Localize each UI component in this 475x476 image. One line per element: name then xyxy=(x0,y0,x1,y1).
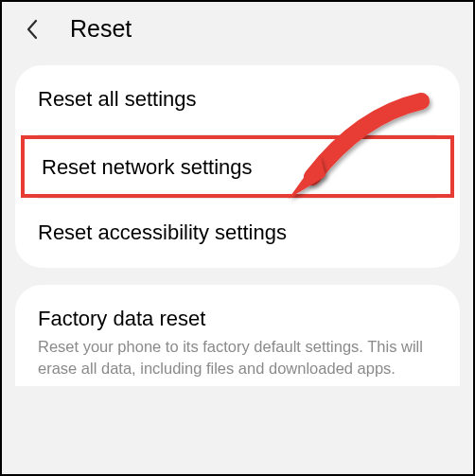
factory-reset-card: Factory data reset Reset your phone to i… xyxy=(15,285,460,386)
reset-options-card: Reset all settings Reset network setting… xyxy=(15,65,460,268)
reset-network-settings-item[interactable]: Reset network settings xyxy=(21,135,454,199)
reset-all-settings-item[interactable]: Reset all settings xyxy=(15,65,460,134)
list-item-label: Reset accessibility settings xyxy=(38,220,437,247)
list-item-label: Reset network settings xyxy=(42,154,433,182)
reset-accessibility-settings-item[interactable]: Reset accessibility settings xyxy=(15,199,460,268)
page-title: Reset xyxy=(70,15,132,43)
back-icon[interactable] xyxy=(21,18,44,41)
list-item-label: Factory data reset xyxy=(38,306,437,333)
list-item-subtitle: Reset your phone to its factory default … xyxy=(38,336,437,379)
list-item-label: Reset all settings xyxy=(38,86,437,114)
factory-data-reset-item[interactable]: Factory data reset Reset your phone to i… xyxy=(15,285,460,386)
header-bar: Reset xyxy=(2,2,473,56)
